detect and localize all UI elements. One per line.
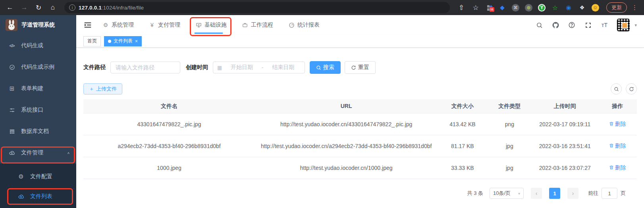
select-caret-icon: ▾ <box>518 191 520 196</box>
caret-down-icon[interactable]: ▾ <box>634 23 637 28</box>
page-size-select[interactable]: 10条/页 ▾ <box>490 188 524 199</box>
tab-label: 支付管理 <box>158 21 180 29</box>
header-upload-time: 上传时间 <box>532 100 598 113</box>
tab-payment-management[interactable]: ¥ 支付管理 <box>149 15 180 35</box>
site-info-icon[interactable]: i <box>69 4 75 11</box>
sidebar-item-form-builder[interactable]: ⊞ 表单构建 <box>0 78 76 99</box>
active-dot-icon <box>108 40 111 43</box>
top-nav-tabs: ⚙ 系统管理 ¥ 支付管理 基础设施 <box>102 15 320 35</box>
close-icon[interactable]: × <box>135 39 138 44</box>
green-dot-icon <box>527 6 530 10</box>
sidebar-item-file-config[interactable]: ⚙ 文件配置 <box>0 167 76 187</box>
date-range-picker[interactable]: ▦ 开始日期 - 结束日期 <box>213 62 305 73</box>
reset-button[interactable]: 重置 <box>345 61 376 74</box>
font-size-icon[interactable]: тT <box>600 21 608 29</box>
bookmark-star-icon[interactable]: ☆ <box>470 2 482 13</box>
fullscreen-icon[interactable] <box>584 21 592 29</box>
gem-extension-icon[interactable]: ◆ <box>498 4 506 12</box>
page-number-1[interactable]: 1 <box>549 188 560 199</box>
recorder-extension-icon[interactable] <box>525 4 532 12</box>
browser-update-button[interactable]: 更新 <box>606 2 627 13</box>
page-unit-label: 页 <box>621 190 626 197</box>
tab-workflow[interactable]: 工作流程 <box>242 15 273 35</box>
prev-page-button[interactable]: ‹ <box>531 188 542 199</box>
page-size-value: 10条/页 <box>493 190 511 197</box>
reset-button-label: 重置 <box>358 64 369 71</box>
cell-url: http://test.yudao.iocoder.cn/43301647479… <box>255 118 438 131</box>
delete-button[interactable]: 删除 <box>609 142 626 150</box>
create-time-label: 创建时间 <box>186 64 208 71</box>
sidebar-item-code-gen[interactable]: </> 代码生成 <box>0 35 76 56</box>
eye-extension-icon[interactable]: ◉ <box>565 4 573 12</box>
star-extension-icon[interactable]: ☆ <box>551 4 559 12</box>
command-extension-icon[interactable]: ⌘ <box>512 4 519 12</box>
upload-button-label: 上传文件 <box>96 85 117 92</box>
home-icon[interactable]: ⌂ <box>47 2 59 13</box>
tab-manager-extension-icon[interactable]: ◆ 11 <box>486 4 493 11</box>
forward-icon[interactable]: → <box>18 2 30 13</box>
pagination-total: 共 3 条 <box>467 190 483 197</box>
monitor-check-icon <box>195 22 202 28</box>
sidebar-header[interactable]: 芋道管理系统 <box>0 15 76 35</box>
address-bar[interactable]: i 127.0.0.1:1024/infra/file/file <box>64 2 450 13</box>
extensions-puzzle-icon[interactable]: ❖ <box>578 4 586 12</box>
sidebar-item-label: 代码生成示例 <box>21 64 54 71</box>
app-logo <box>6 19 17 31</box>
search-button[interactable]: 搜索 <box>310 61 341 74</box>
gear-icon: ⚙ <box>17 173 25 180</box>
help-icon[interactable] <box>568 21 576 29</box>
user-avatar[interactable] <box>617 18 630 32</box>
range-separator: - <box>262 64 264 71</box>
navbar-actions: тT ▾ <box>535 18 637 32</box>
cell-file-name: 1000.jpeg <box>83 162 255 175</box>
cell-upload-time: 2022-03-16 23:07:27 <box>532 162 598 175</box>
tab-infrastructure[interactable]: 基础设施 <box>195 15 227 35</box>
sidebar-item-db-doc[interactable]: 数据库文档 <box>0 121 76 142</box>
collapse-sidebar-icon[interactable] <box>83 21 92 29</box>
reload-icon[interactable]: ↻ <box>33 2 44 13</box>
cell-file-size: 413.42 KB <box>438 118 487 131</box>
sidebar-item-label: 代码生成 <box>21 42 43 49</box>
search-icon[interactable] <box>535 21 543 29</box>
extension-badge: 11 <box>490 7 494 12</box>
header-file-size: 文件大小 <box>438 100 487 113</box>
tag-home[interactable]: 首页 <box>83 36 101 46</box>
sidebar-item-system-api[interactable]: 系统接口 <box>0 99 76 121</box>
header-actions: 操作 <box>598 100 637 113</box>
search-button-label: 搜索 <box>323 64 334 71</box>
toolbar-right <box>611 83 637 94</box>
browser-menu-icon[interactable]: ⋮ <box>629 4 640 11</box>
tag-file-list[interactable]: 文件列表 × <box>104 36 142 46</box>
toggle-search-icon[interactable] <box>611 83 622 94</box>
yen-icon: ¥ <box>149 22 155 28</box>
upload-file-button[interactable]: ＋ 上传文件 <box>83 83 122 94</box>
cell-upload-time: 2022-03-17 09:19:11 <box>532 118 598 131</box>
tab-system-management[interactable]: ⚙ 系统管理 <box>102 15 134 35</box>
sidebar-item-code-gen-demo[interactable]: 代码生成示例 <box>0 56 76 78</box>
cell-url: http://test.yudao.iocoder.cn/a294ecb2-73… <box>255 140 438 153</box>
back-icon[interactable]: ← <box>4 2 16 13</box>
cell-file-name: 43301647479822_.pic.jpg <box>83 118 255 131</box>
sidebar-item-file-management[interactable]: 文件管理 ∧ <box>0 142 76 164</box>
next-page-button[interactable]: › <box>567 188 578 199</box>
share-icon[interactable]: ⇧ <box>455 2 467 13</box>
y-extension-icon[interactable]: Y <box>538 4 546 12</box>
file-path-input[interactable] <box>110 62 180 73</box>
goto-page-input[interactable] <box>602 188 617 199</box>
delete-button[interactable]: 删除 <box>609 120 626 128</box>
search-icon <box>316 65 321 70</box>
cell-url: http://test.yudao.iocoder.cn/1000.jpeg <box>255 162 438 175</box>
tab-statistics-report[interactable]: 统计报表 <box>288 15 320 35</box>
github-icon[interactable] <box>551 21 559 29</box>
app-title: 芋道管理系统 <box>21 21 55 29</box>
table-icon <box>8 129 15 135</box>
cell-file-size: 33.33 KB <box>438 162 487 175</box>
gear-icon: ⚙ <box>102 22 109 28</box>
cell-file-type: png <box>488 118 532 131</box>
sidebar-item-file-list[interactable]: 文件列表 <box>0 187 76 206</box>
delete-button[interactable]: 删除 <box>609 164 626 172</box>
calendar-icon: ▦ <box>217 65 222 71</box>
delete-label: 删除 <box>615 164 626 172</box>
refresh-table-icon[interactable] <box>626 83 637 94</box>
emoji-extension-icon[interactable]: ☺ <box>592 4 599 12</box>
